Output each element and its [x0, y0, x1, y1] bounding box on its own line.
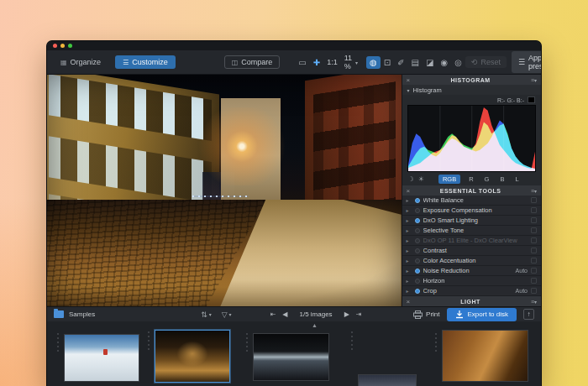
- sort-button[interactable]: ⇅ ▾: [201, 310, 212, 319]
- enable-toggle[interactable]: [415, 279, 420, 284]
- disclosure-icon[interactable]: ▸: [407, 237, 412, 243]
- tool-row-dxo-clearview[interactable]: ▸ DxO OP 11 Elite - DxO ClearView: [402, 236, 541, 246]
- previous-image-button[interactable]: ◀: [282, 310, 287, 318]
- ruler-tool-icon[interactable]: ▤: [408, 56, 423, 69]
- thumbnail-snow-skier[interactable]: [64, 334, 139, 382]
- disclosure-icon[interactable]: ▸: [407, 248, 412, 253]
- essential-tools-header: × ESSENTIAL TOOLS ≡▾: [402, 185, 541, 196]
- photo-canvas[interactable]: [47, 75, 402, 306]
- tool-row-exposure-compensation[interactable]: ▸ Exposure Compensation: [402, 206, 541, 216]
- histogram-plot[interactable]: [407, 105, 536, 172]
- tab-customize[interactable]: ☰ Customize: [115, 55, 176, 69]
- vignette-overlay: [47, 75, 402, 306]
- fullscreen-icon[interactable]: ▭: [295, 56, 309, 69]
- minimize-window-button[interactable]: [60, 44, 65, 48]
- thumbnail-man-in-hut[interactable]: [442, 330, 528, 382]
- color-picker-tool-icon[interactable]: ◍: [366, 56, 381, 69]
- last-image-button[interactable]: ⇥: [356, 310, 362, 318]
- channel-g-button[interactable]: G: [482, 175, 492, 184]
- row-action-button[interactable]: [531, 288, 537, 294]
- rating-dots[interactable]: [351, 331, 353, 352]
- disclosure-icon[interactable]: ▸: [407, 288, 412, 294]
- zoom-one-to-one-button[interactable]: 1:1: [323, 58, 341, 66]
- share-button[interactable]: ↑: [523, 309, 534, 320]
- first-image-button[interactable]: ⇤: [270, 310, 276, 318]
- crop-tool-icon[interactable]: ⊡: [381, 56, 394, 69]
- print-button[interactable]: Print: [413, 310, 439, 319]
- highlight-clipping-icon[interactable]: ☀: [418, 175, 424, 183]
- enable-toggle[interactable]: [415, 228, 420, 233]
- channel-b-button[interactable]: B: [497, 175, 507, 184]
- thumbnail-acrobats-sunset[interactable]: [358, 374, 417, 386]
- thumbnail-night-street[interactable]: [155, 330, 230, 383]
- row-action-button[interactable]: [531, 278, 537, 284]
- enable-toggle[interactable]: [415, 269, 420, 274]
- disclosure-icon[interactable]: ▸: [407, 258, 412, 263]
- enable-toggle[interactable]: [415, 198, 420, 203]
- collapse-icon: ▾: [407, 87, 410, 93]
- pan-tool-icon[interactable]: ✚: [310, 56, 323, 69]
- tool-row-horizon[interactable]: ▸ Horizon: [402, 276, 541, 286]
- histogram-section-row[interactable]: ▾ Histogram: [402, 85, 541, 95]
- row-action-button[interactable]: [531, 197, 537, 203]
- row-action-button[interactable]: [531, 258, 537, 263]
- tool-row-dxo-smart-lighting[interactable]: ▸ DxO Smart Lighting: [402, 216, 541, 226]
- customize-label: Customize: [132, 58, 168, 66]
- next-image-button[interactable]: ▶: [344, 310, 349, 318]
- disclosure-icon[interactable]: ▸: [407, 278, 412, 284]
- tool-row-contrast[interactable]: ▸ Contrast: [402, 246, 541, 256]
- rating-dots[interactable]: [435, 333, 437, 354]
- tool-row-color-accentuation[interactable]: ▸ Color Accentuation: [402, 256, 541, 266]
- disclosure-icon[interactable]: ▸: [407, 197, 412, 203]
- tab-organize[interactable]: ▦ Organize: [53, 55, 108, 69]
- row-action-button[interactable]: [531, 207, 537, 213]
- disclosure-icon[interactable]: ▸: [407, 217, 412, 223]
- panel-menu-icon[interactable]: ≡▾: [531, 299, 537, 305]
- close-window-button[interactable]: [53, 44, 57, 48]
- titlebar: [47, 41, 541, 50]
- reset-button[interactable]: ⟲ Reset: [465, 56, 507, 68]
- enable-toggle[interactable]: [415, 289, 420, 294]
- disclosure-icon[interactable]: ▸: [407, 227, 412, 233]
- enable-toggle[interactable]: [415, 218, 420, 223]
- channel-rgb-button[interactable]: RGB: [438, 175, 460, 184]
- row-action-button[interactable]: [531, 248, 537, 253]
- zoom-dropdown-icon[interactable]: ▾: [355, 60, 358, 65]
- export-to-disk-button[interactable]: Export to disk: [447, 308, 517, 321]
- rating-dots[interactable]: [57, 333, 59, 354]
- rating-dots[interactable]: [246, 333, 248, 354]
- panel-menu-icon[interactable]: ≡▾: [531, 188, 537, 194]
- tool-row-noise-reduction[interactable]: ▸ Noise Reduction Auto: [402, 266, 541, 276]
- enable-toggle[interactable]: [415, 208, 420, 213]
- eye-preview-icon[interactable]: ◉: [438, 56, 452, 69]
- disclosure-icon[interactable]: ▸: [407, 207, 412, 213]
- tool-row-selective-tone[interactable]: ▸ Selective Tone: [402, 226, 541, 236]
- tool-row-white-balance[interactable]: ▸ White Balance: [402, 196, 541, 206]
- apply-preset-button[interactable]: ☰ Apply preset: [512, 51, 542, 73]
- row-action-button[interactable]: [531, 217, 537, 223]
- enable-toggle[interactable]: [415, 258, 420, 263]
- auto-label: Auto: [516, 268, 528, 274]
- filter-button[interactable]: ▽ ▾: [222, 310, 232, 319]
- shadow-clipping-icon[interactable]: ☽: [408, 175, 414, 183]
- disclosure-icon[interactable]: ▸: [407, 268, 412, 274]
- eraser-tool-icon[interactable]: ◪: [423, 56, 437, 69]
- enable-toggle[interactable]: [415, 238, 420, 243]
- panel-menu-icon[interactable]: ≡▾: [531, 77, 537, 83]
- row-action-button[interactable]: [531, 268, 537, 274]
- folder-name[interactable]: Samples: [69, 310, 95, 318]
- zoom-level-value[interactable]: 11 %: [341, 54, 355, 70]
- zoom-window-button[interactable]: [68, 44, 72, 48]
- channel-l-button[interactable]: L: [512, 175, 521, 184]
- red-eye-tool-icon[interactable]: ◎: [451, 56, 465, 69]
- row-action-button[interactable]: [531, 227, 537, 233]
- tool-row-crop[interactable]: ▸ Crop Auto: [402, 286, 541, 296]
- row-action-button[interactable]: [531, 237, 537, 243]
- brush-tool-icon[interactable]: ✐: [394, 56, 407, 69]
- enable-toggle[interactable]: [415, 248, 420, 253]
- download-icon: [455, 310, 464, 319]
- channel-r-button[interactable]: R: [466, 175, 475, 184]
- thumbnail-ocean-wave[interactable]: [253, 333, 329, 381]
- rating-dots[interactable]: [148, 331, 150, 352]
- compare-button[interactable]: ◫ Compare: [224, 55, 281, 69]
